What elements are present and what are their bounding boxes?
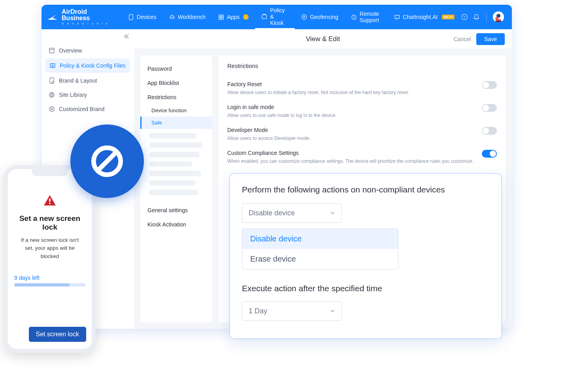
cfg-skeleton bbox=[149, 142, 202, 148]
nav-label: Devices bbox=[137, 14, 157, 20]
notification-icon[interactable] bbox=[473, 13, 480, 21]
nav-label: ChatInsight.AI bbox=[403, 14, 438, 20]
sidebar-item-label: Customized Brand bbox=[59, 106, 104, 112]
warning-icon bbox=[43, 194, 57, 206]
toggle-safe-mode[interactable] bbox=[482, 104, 497, 112]
cfg-blocklist[interactable]: App Blocklist bbox=[140, 76, 212, 90]
nav-geofencing[interactable]: Geofencing bbox=[295, 5, 345, 29]
cfg-kiosk[interactable]: Kiosk Activation bbox=[140, 217, 212, 232]
setting-label: Factory Reset bbox=[227, 81, 474, 87]
sidebar-item-label: Brand & Layout bbox=[59, 77, 97, 84]
top-nav: AirDroid Business S a n d S t u d i o De… bbox=[42, 5, 512, 29]
nav-workbench[interactable]: Workbench bbox=[163, 5, 212, 29]
nav-remote[interactable]: Remote Support bbox=[345, 5, 388, 29]
custom-brand-icon bbox=[49, 106, 55, 112]
nav-label: Remote Support bbox=[360, 11, 381, 23]
svg-point-21 bbox=[49, 203, 51, 204]
block-badge bbox=[70, 124, 144, 198]
cfg-restrictions[interactable]: Restrictions bbox=[140, 90, 212, 104]
sidebar-item-brand-layout[interactable]: Brand & Layout bbox=[42, 74, 134, 88]
sidebar-item-site-library[interactable]: Site Library bbox=[42, 88, 134, 102]
cfg-skeleton bbox=[149, 171, 201, 176]
chevron-down-icon bbox=[330, 211, 335, 215]
toggle-factory-reset[interactable] bbox=[482, 81, 497, 89]
brand-logo-icon bbox=[47, 12, 58, 22]
beta-badge: BETA bbox=[442, 15, 455, 19]
setting-developer-mode: Developer Mode Allow users to access Dev… bbox=[227, 123, 497, 146]
nav-divider bbox=[486, 13, 487, 21]
dropdown-item-disable[interactable]: Disable device bbox=[242, 229, 398, 249]
nav-devices[interactable]: Devices bbox=[122, 5, 163, 29]
compliance-box: Perform the following actions on non-com… bbox=[229, 173, 502, 339]
action-dropdown: Disable device Erase device bbox=[242, 228, 398, 270]
setting-safe-mode: Login in safe mode Allow users to use sa… bbox=[227, 100, 497, 123]
nav-label: Geofencing bbox=[310, 14, 338, 20]
avatar-status-dot bbox=[495, 17, 498, 20]
nav-right: ? bbox=[461, 11, 506, 23]
nav-label: Policy & Kiosk bbox=[270, 7, 289, 26]
svg-rect-14 bbox=[50, 64, 55, 68]
svg-rect-5 bbox=[262, 15, 266, 19]
content-header: View & Edit Cancel Save bbox=[134, 29, 512, 49]
cfg-skeleton bbox=[149, 133, 196, 138]
svg-rect-3 bbox=[219, 17, 221, 19]
brand-layout-icon bbox=[49, 77, 55, 84]
setting-factory-reset: Factory Reset Allow device users to init… bbox=[227, 77, 497, 100]
svg-text:?: ? bbox=[463, 15, 466, 19]
action-select[interactable]: Disable device bbox=[242, 203, 342, 223]
prohibit-icon bbox=[89, 143, 125, 179]
nav-chatinsight[interactable]: ChatInsight.AI BETA bbox=[388, 5, 461, 29]
cfg-device-function[interactable]: Device function bbox=[140, 104, 212, 117]
avatar-wrapper[interactable] bbox=[493, 11, 504, 23]
sidebar-item-label: Site Library bbox=[59, 92, 87, 98]
nav-label: Workbench bbox=[178, 14, 206, 20]
brand-subtitle: S a n d S t u d i o bbox=[62, 22, 111, 25]
avatar bbox=[493, 11, 504, 23]
phone-progress bbox=[14, 283, 85, 286]
cfg-general[interactable]: General settings bbox=[140, 203, 212, 217]
config-nav: Password App Blocklist Restrictions Devi… bbox=[140, 55, 212, 322]
svg-rect-4 bbox=[222, 17, 224, 19]
cfg-skeleton bbox=[149, 190, 198, 195]
svg-point-18 bbox=[49, 107, 54, 111]
page-title: View & Edit bbox=[306, 35, 340, 43]
save-button[interactable]: Save bbox=[476, 33, 505, 45]
svg-rect-2 bbox=[222, 15, 224, 17]
setting-desc: When enabled, you can customize complian… bbox=[227, 158, 474, 165]
nav-items: Devices Workbench Apps 1 Policy & Kiosk … bbox=[122, 5, 461, 29]
svg-point-6 bbox=[304, 16, 305, 17]
sidebar-item-policy-files[interactable]: Policy & Kiosk Config Files bbox=[45, 58, 130, 73]
select-value: Disable device bbox=[249, 209, 295, 217]
toggle-compliance[interactable] bbox=[482, 150, 497, 158]
cfg-skeleton bbox=[149, 161, 192, 167]
svg-line-23 bbox=[98, 153, 115, 170]
sidebar-item-custom-brand[interactable]: Customized Brand bbox=[42, 102, 134, 116]
cfg-password[interactable]: Password bbox=[140, 62, 212, 76]
cancel-button[interactable]: Cancel bbox=[453, 36, 471, 42]
help-icon[interactable]: ? bbox=[461, 13, 468, 21]
brand-title: AirDroid Business bbox=[62, 9, 111, 21]
site-library-icon bbox=[49, 92, 55, 98]
svg-rect-20 bbox=[49, 198, 51, 202]
policy-icon bbox=[261, 13, 267, 19]
nav-policy[interactable]: Policy & Kiosk bbox=[255, 5, 295, 29]
time-select[interactable]: 1 Day bbox=[242, 301, 342, 321]
setting-desc: Allow device users to initiate a factory… bbox=[227, 89, 474, 96]
chat-icon bbox=[394, 14, 400, 20]
set-screen-lock-button[interactable]: Set screen lock bbox=[29, 327, 86, 342]
remote-icon bbox=[351, 14, 357, 20]
compliance-title-1: Perform the following actions on non-com… bbox=[242, 185, 489, 194]
brand[interactable]: AirDroid Business S a n d S t u d i o bbox=[47, 9, 122, 25]
device-icon bbox=[128, 14, 134, 20]
dropdown-item-erase[interactable]: Erase device bbox=[242, 249, 398, 269]
toggle-developer-mode[interactable] bbox=[482, 127, 497, 135]
cfg-skeleton bbox=[149, 152, 200, 157]
sidebar-item-overview[interactable]: Overview bbox=[42, 43, 134, 58]
compliance-title-2: Execute action after the specified time bbox=[242, 284, 489, 293]
sidebar-item-label: Overview bbox=[59, 47, 82, 54]
phone-mockup: Set a new screen lock If a new screen lo… bbox=[4, 165, 96, 353]
nav-apps[interactable]: Apps 1 bbox=[212, 5, 255, 29]
setting-label: Developer Mode bbox=[227, 127, 474, 133]
sidebar-collapse-icon[interactable] bbox=[123, 33, 129, 41]
cfg-safe[interactable]: Safe bbox=[140, 117, 212, 129]
